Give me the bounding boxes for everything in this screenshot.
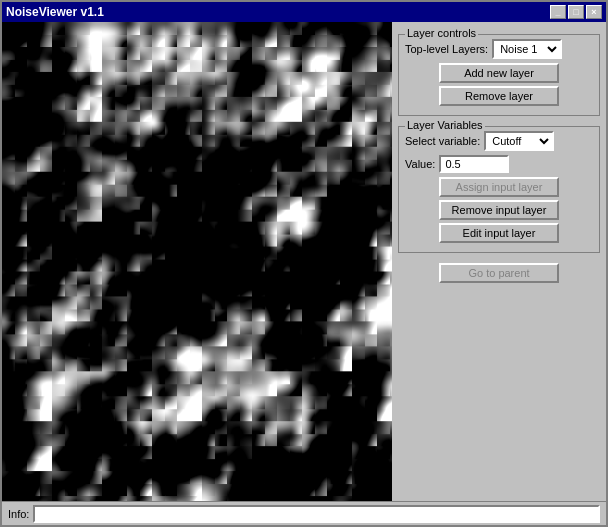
layer-controls-group: Layer controls Top-level Layers: Noise 1… bbox=[398, 34, 600, 116]
edit-input-layer-button[interactable]: Edit input layer bbox=[439, 223, 559, 243]
value-label: Value: bbox=[405, 158, 435, 170]
bottom-bar: Info: bbox=[2, 501, 606, 525]
layer-controls-label: Layer controls bbox=[405, 27, 478, 39]
noise-canvas-area bbox=[2, 22, 392, 501]
assign-input-layer-row: Assign input layer bbox=[405, 177, 593, 197]
content-area: Layer controls Top-level Layers: Noise 1… bbox=[2, 22, 606, 501]
info-input[interactable] bbox=[33, 505, 600, 523]
edit-input-layer-row: Edit input layer bbox=[405, 223, 593, 243]
right-panel: Layer controls Top-level Layers: Noise 1… bbox=[392, 22, 606, 501]
remove-layer-button[interactable]: Remove layer bbox=[439, 86, 559, 106]
add-layer-row: Add new layer bbox=[405, 63, 593, 83]
assign-input-layer-button[interactable]: Assign input layer bbox=[439, 177, 559, 197]
layer-variables-label: Layer Variables bbox=[405, 119, 485, 131]
remove-input-layer-button[interactable]: Remove input layer bbox=[439, 200, 559, 220]
top-level-row: Top-level Layers: Noise 1 bbox=[405, 39, 593, 59]
select-variable-select[interactable]: Cutoff bbox=[484, 131, 554, 151]
remove-layer-row: Remove layer bbox=[405, 86, 593, 106]
window-title: NoiseViewer v1.1 bbox=[6, 5, 104, 19]
top-level-label: Top-level Layers: bbox=[405, 43, 488, 55]
select-variable-row: Select variable: Cutoff bbox=[405, 131, 593, 151]
layer-variables-group: Layer Variables Select variable: Cutoff … bbox=[398, 126, 600, 253]
close-button[interactable]: × bbox=[586, 5, 602, 19]
add-new-layer-button[interactable]: Add new layer bbox=[439, 63, 559, 83]
top-level-layers-select[interactable]: Noise 1 bbox=[492, 39, 562, 59]
remove-input-layer-row: Remove input layer bbox=[405, 200, 593, 220]
value-input[interactable] bbox=[439, 155, 509, 173]
go-to-parent-row: Go to parent bbox=[398, 263, 600, 283]
go-to-parent-button[interactable]: Go to parent bbox=[439, 263, 559, 283]
select-variable-label: Select variable: bbox=[405, 135, 480, 147]
noise-display bbox=[2, 22, 392, 501]
maximize-button[interactable]: □ bbox=[568, 5, 584, 19]
value-row: Value: bbox=[405, 155, 593, 173]
title-bar-buttons: _ □ × bbox=[550, 5, 602, 19]
minimize-button[interactable]: _ bbox=[550, 5, 566, 19]
title-bar: NoiseViewer v1.1 _ □ × bbox=[2, 2, 606, 22]
info-label: Info: bbox=[8, 508, 29, 520]
main-window: NoiseViewer v1.1 _ □ × Layer controls To… bbox=[0, 0, 608, 527]
